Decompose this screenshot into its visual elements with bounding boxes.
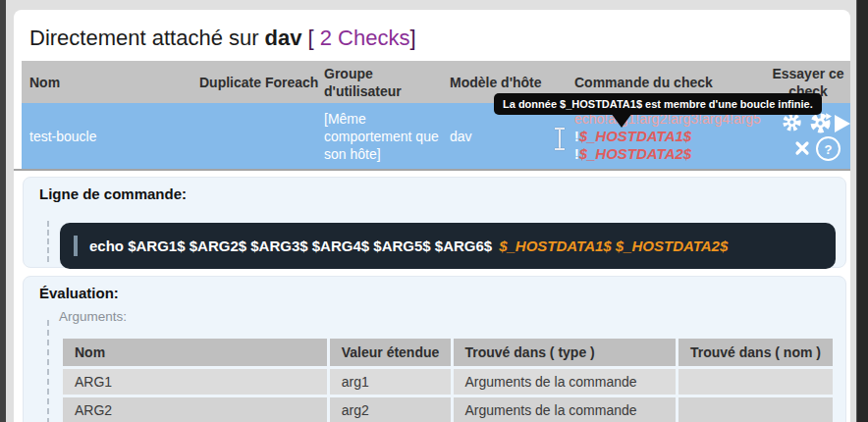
arg-found-name: [678, 397, 833, 422]
command-plain: echo $ARG1$ $ARG2$ $ARG3$ $ARG4$ $ARG5$ …: [89, 237, 492, 254]
play-icon[interactable]: [833, 114, 851, 133]
window-left-edge: [0, 0, 6, 422]
arg-found-type: Arguments de la commande: [454, 397, 676, 422]
command-line-panel: Ligne de commande: echo $ARG1$ $ARG2$ $A…: [23, 177, 846, 268]
settings-gear-icon[interactable]: [782, 112, 802, 132]
args-header-valeur: Valeur étendue: [330, 339, 451, 366]
header-nom: Nom: [29, 61, 194, 103]
command-line-text: echo $ARG1$ $ARG2$ $ARG3$ $ARG4$ $ARG5$ …: [89, 237, 728, 254]
arg-name: ARG1: [63, 369, 327, 395]
error-tooltip: La donnée $_HOSTDATA1$ est membre d'une …: [494, 93, 822, 115]
indent-guide: [47, 221, 49, 262]
command-macros: $_HOSTDATA1$ $_HOSTDATA2$: [499, 237, 728, 254]
text-cursor: [555, 128, 565, 150]
args-row-arg2: ARG2 arg2 Arguments de la commande: [63, 397, 833, 422]
quote-bar: [74, 236, 78, 256]
run-gears-icon[interactable]: [809, 112, 832, 134]
hostdata2-macro: $_HOSTDATA2$: [579, 145, 691, 162]
args-row-arg1: ARG1 arg1 Arguments de la commande: [63, 369, 833, 395]
evaluation-heading: Évaluation:: [39, 285, 119, 301]
arguments-table-header-row: Nom Valeur étendue Trouvé dans ( type ) …: [63, 339, 833, 366]
command-line-heading: Ligne de commande:: [39, 185, 187, 202]
check-command-macro1-line: !$_HOSTDATA1$: [574, 128, 763, 145]
arg-name: ARG2: [63, 397, 327, 422]
header-duplicate-foreach: Duplicate Foreach: [199, 61, 319, 103]
check-name: test-boucle: [29, 103, 194, 169]
page-title-hostname: dav: [265, 26, 302, 50]
header-groupe-utilisateur: Groupe d'utilisateur: [324, 61, 440, 103]
checks-count-text: 2 Checks: [320, 26, 410, 50]
check-command-macro2-line: !$_HOSTDATA2$: [574, 145, 763, 163]
checks-table: Nom Duplicate Foreach Groupe d'utilisate…: [22, 61, 850, 169]
error-tooltip-arrow: [611, 113, 632, 128]
args-header-trouve-nom: Trouvé dans ( nom ): [678, 339, 833, 366]
evaluation-panel: Évaluation: Arguments: Nom Valeur étendu…: [23, 276, 846, 422]
check-user-group: [Même comportement que son hôte]: [324, 103, 440, 169]
page-title-prefix: Directement attaché sur: [29, 26, 259, 50]
command-line-box: echo $ARG1$ $ARG2$ $ARG3$ $ARG4$ $ARG5$ …: [60, 223, 836, 269]
window-right-edge: [856, 0, 868, 422]
svg-text:?: ?: [825, 142, 833, 157]
args-header-trouve-type: Trouvé dans ( type ): [454, 339, 676, 366]
page-title: Directement attaché surdav[ 2 Checks]: [29, 26, 416, 51]
check-duplicate-foreach: [199, 103, 319, 169]
arg-value: arg1: [330, 369, 451, 395]
close-icon[interactable]: [794, 140, 810, 156]
args-header-nom: Nom: [63, 339, 327, 366]
page: Directement attaché surdav[ 2 Checks] No…: [0, 0, 868, 422]
arguments-table: Nom Valeur étendue Trouvé dans ( type ) …: [60, 336, 836, 422]
arguments-label: Arguments:: [59, 309, 127, 324]
arg-value: arg2: [330, 397, 451, 422]
hostdata1-macro: $_HOSTDATA1$: [579, 128, 691, 144]
section-divider: [14, 169, 850, 171]
indent-guide: [47, 320, 49, 422]
arg-found-name: [678, 369, 833, 395]
help-icon[interactable]: ?: [815, 135, 841, 162]
checks-count-link[interactable]: [ 2 Checks]: [307, 26, 415, 50]
arg-found-type: Arguments de la commande: [454, 369, 676, 395]
content-card: Directement attaché surdav[ 2 Checks] No…: [14, 10, 850, 422]
